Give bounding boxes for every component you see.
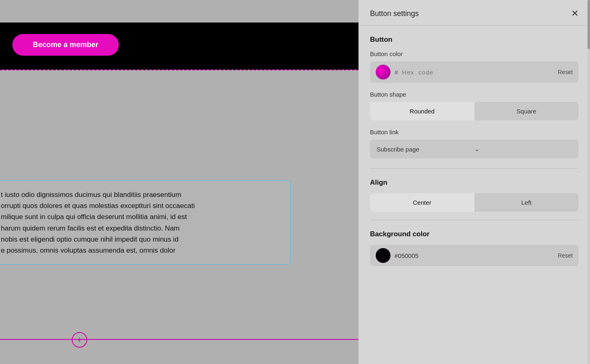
align-center-option[interactable]: Center (370, 193, 474, 212)
section-divider (0, 70, 359, 70)
button-link-label: Button link (370, 129, 579, 136)
hex-code-input[interactable] (402, 69, 554, 76)
button-color-input-row: # Reset (370, 61, 579, 83)
text-block: t iusto odio dignissimos ducimus qui bla… (0, 180, 291, 265)
background-color-swatch[interactable] (376, 248, 390, 263)
section-divider (370, 168, 579, 169)
button-section-title: Button (370, 36, 579, 44)
button-color-reset-button[interactable]: Reset (558, 69, 573, 75)
background-color-section-title: Background color (370, 230, 579, 238)
hex-symbol: # (395, 69, 398, 76)
button-shape-control: Rounded Square (370, 102, 579, 120)
text-block-content: t iusto odio dignissimos ducimus qui bla… (1, 191, 195, 254)
background-color-reset-button[interactable]: Reset (558, 252, 573, 259)
panel-header: Button settings ✕ (359, 0, 590, 26)
background-hex-value: #050005 (395, 252, 554, 259)
add-block-button[interactable]: + (72, 332, 87, 348)
close-button[interactable]: ✕ (571, 9, 579, 18)
button-link-dropdown[interactable]: Subscribe page ⌄ (370, 140, 579, 158)
button-color-swatch[interactable] (376, 65, 390, 79)
align-section-title: Align (370, 179, 579, 187)
bottom-line (0, 339, 359, 340)
scrollbar-thumb[interactable] (588, 0, 590, 49)
canvas-area: Become a member t iusto odio dignissimos… (0, 0, 359, 364)
chevron-down-icon: ⌄ (474, 145, 572, 153)
shape-square-option[interactable]: Square (474, 102, 579, 120)
panel-content: Button Button color # Reset Button shape… (359, 26, 590, 276)
scrollbar-track (588, 0, 590, 364)
align-control: Center Left (370, 193, 579, 212)
button-color-label: Button color (370, 50, 579, 57)
panel-title: Button settings (370, 9, 419, 18)
background-color-input-row: #050005 Reset (370, 245, 579, 266)
button-link-selected: Subscribe page (377, 146, 474, 153)
button-shape-label: Button shape (370, 91, 579, 98)
button-settings-panel: Button settings ✕ Button Button color # … (359, 0, 590, 364)
section-divider-2 (370, 220, 579, 220)
shape-rounded-option[interactable]: Rounded (370, 102, 474, 120)
align-left-option[interactable]: Left (474, 193, 579, 212)
become-member-button[interactable]: Become a member (12, 34, 119, 56)
